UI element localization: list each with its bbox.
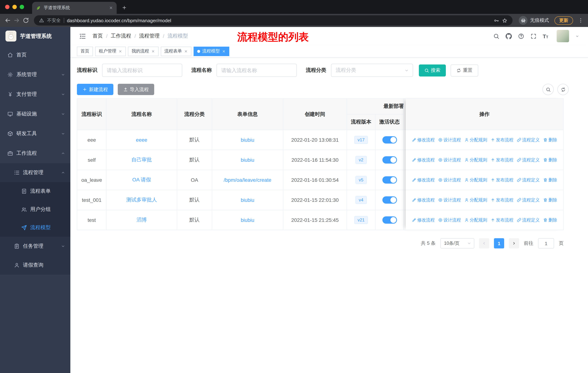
action-design-link[interactable]: 设计流程	[438, 177, 461, 183]
action-assign-link[interactable]: 分配规则	[464, 217, 487, 223]
tag-my-process[interactable]: 我的流程	[128, 46, 158, 56]
tag-process-model[interactable]: 流程模型	[194, 46, 229, 56]
action-delete-link[interactable]: 删除	[543, 157, 557, 163]
github-icon[interactable]	[505, 33, 512, 39]
sidebar-item-payment[interactable]: 支付管理	[0, 84, 70, 104]
search-icon[interactable]	[493, 33, 499, 39]
sidebar-item-user-group[interactable]: 用户分组	[0, 200, 70, 219]
sidebar-item-process-model[interactable]: 流程模型	[0, 219, 70, 237]
back-button[interactable]	[4, 17, 11, 24]
action-design-link[interactable]: 设计流程	[438, 217, 461, 223]
password-manager-icon[interactable]	[494, 18, 499, 23]
process-name-link[interactable]: OA 请假	[132, 177, 151, 182]
page-size-select[interactable]: 10条/页	[440, 238, 474, 248]
form-info-link[interactable]: biubiu	[241, 217, 254, 223]
goto-page-input[interactable]	[538, 238, 554, 248]
action-delete-link[interactable]: 删除	[543, 177, 557, 183]
browser-menu-icon[interactable]	[578, 18, 584, 23]
form-info-link[interactable]: biubiu	[241, 157, 254, 163]
process-name-input[interactable]	[217, 64, 297, 77]
search-button[interactable]: 搜索	[419, 64, 446, 76]
form-info-link[interactable]: /bpm/oa/leave/create	[224, 177, 271, 183]
breadcrumb-item[interactable]: 首页	[93, 33, 103, 39]
action-assign-link[interactable]: 分配规则	[464, 157, 487, 163]
action-definition-link[interactable]: 流程定义	[517, 217, 540, 223]
close-window-button[interactable]	[5, 5, 10, 9]
action-definition-link[interactable]: 流程定义	[517, 157, 540, 163]
active-status-toggle[interactable]	[382, 176, 397, 184]
sidebar-item-infrastructure[interactable]: 基础设施	[0, 104, 70, 124]
sidebar-item-process-management[interactable]: 流程管理	[0, 163, 70, 182]
fullscreen-icon[interactable]	[530, 33, 536, 39]
action-delete-link[interactable]: 删除	[543, 197, 557, 203]
import-process-button[interactable]: 导入流程	[118, 84, 154, 95]
new-tab-button[interactable]	[122, 5, 127, 10]
active-status-toggle[interactable]	[382, 156, 397, 163]
action-publish-link[interactable]: 发布流程	[491, 137, 514, 143]
process-name-link[interactable]: eeee	[136, 137, 147, 143]
tag-close-icon[interactable]	[151, 49, 155, 53]
action-edit-link[interactable]: 修改流程	[412, 137, 435, 143]
action-definition-link[interactable]: 流程定义	[517, 177, 540, 183]
tag-close-icon[interactable]	[184, 49, 188, 53]
action-delete-link[interactable]: 删除	[543, 137, 557, 143]
action-assign-link[interactable]: 分配规则	[464, 177, 487, 183]
breadcrumb-item[interactable]: 流程管理	[139, 33, 160, 39]
refresh-table-button[interactable]	[557, 84, 569, 95]
action-delete-link[interactable]: 删除	[543, 217, 557, 223]
chrome-update-button[interactable]: 更新	[555, 16, 573, 25]
process-key-input[interactable]	[102, 64, 182, 77]
action-publish-link[interactable]: 发布流程	[491, 197, 514, 203]
address-bar[interactable]: 不安全 dashboard.yudao.iocoder.cn/bpm/manag…	[34, 15, 513, 26]
action-edit-link[interactable]: 修改流程	[412, 217, 435, 223]
help-icon[interactable]	[518, 33, 524, 39]
avatar-caret-icon[interactable]	[575, 34, 579, 38]
create-process-button[interactable]: 新建流程	[77, 84, 113, 95]
process-name-link[interactable]: 自己审批	[131, 157, 152, 162]
action-publish-link[interactable]: 发布流程	[491, 177, 514, 183]
reset-button[interactable]: 重置	[451, 64, 478, 76]
form-info-link[interactable]: biubiu	[241, 137, 254, 143]
category-select[interactable]: 流程分类	[331, 64, 413, 77]
action-edit-link[interactable]: 修改流程	[412, 157, 435, 163]
font-size-icon[interactable]: TT	[543, 33, 548, 39]
active-status-toggle[interactable]	[382, 196, 397, 204]
action-design-link[interactable]: 设计流程	[438, 197, 461, 203]
action-definition-link[interactable]: 流程定义	[517, 137, 540, 143]
tab-close-icon[interactable]	[109, 6, 113, 10]
sidebar-item-process-form[interactable]: 流程表单	[0, 182, 70, 200]
current-page-button[interactable]: 1	[494, 238, 504, 248]
active-status-toggle[interactable]	[382, 136, 397, 143]
action-edit-link[interactable]: 修改流程	[412, 197, 435, 203]
action-publish-link[interactable]: 发布流程	[491, 217, 514, 223]
collapse-sidebar-icon[interactable]	[79, 33, 86, 40]
breadcrumb-item[interactable]: 工作流程	[111, 33, 131, 39]
next-page-button[interactable]	[509, 238, 519, 248]
zoom-window-button[interactable]	[20, 5, 24, 9]
tag-close-icon[interactable]	[118, 49, 122, 53]
form-info-link[interactable]: biubiu	[241, 197, 254, 203]
sidebar-item-workflow[interactable]: 工作流程	[0, 143, 70, 163]
process-name-link[interactable]: 滔博	[136, 217, 147, 222]
forward-button[interactable]	[13, 17, 20, 24]
action-design-link[interactable]: 设计流程	[438, 157, 461, 163]
user-avatar[interactable]	[557, 30, 569, 42]
sidebar-item-dev-tools[interactable]: 研发工具	[0, 124, 70, 143]
action-assign-link[interactable]: 分配规则	[464, 197, 487, 203]
prev-page-button[interactable]	[479, 238, 489, 248]
sidebar-item-system[interactable]: 系统管理	[0, 65, 70, 84]
action-definition-link[interactable]: 流程定义	[517, 197, 540, 203]
action-design-link[interactable]: 设计流程	[438, 137, 461, 143]
sidebar-item-task-management[interactable]: 任务管理	[0, 237, 70, 256]
tag-process-form[interactable]: 流程表单	[161, 46, 191, 56]
tag-home[interactable]: 首页	[77, 46, 93, 56]
process-name-link[interactable]: 测试多审批人	[126, 197, 157, 202]
active-status-toggle[interactable]	[382, 216, 397, 224]
action-assign-link[interactable]: 分配规则	[464, 137, 487, 143]
action-edit-link[interactable]: 修改流程	[412, 177, 435, 183]
sidebar-item-home[interactable]: 首页	[0, 45, 70, 65]
tag-tenant[interactable]: 租户管理	[95, 46, 126, 56]
tag-close-icon[interactable]	[222, 49, 226, 53]
sidebar-item-leave-query[interactable]: 请假查询	[0, 256, 70, 275]
minimize-window-button[interactable]	[12, 5, 17, 9]
